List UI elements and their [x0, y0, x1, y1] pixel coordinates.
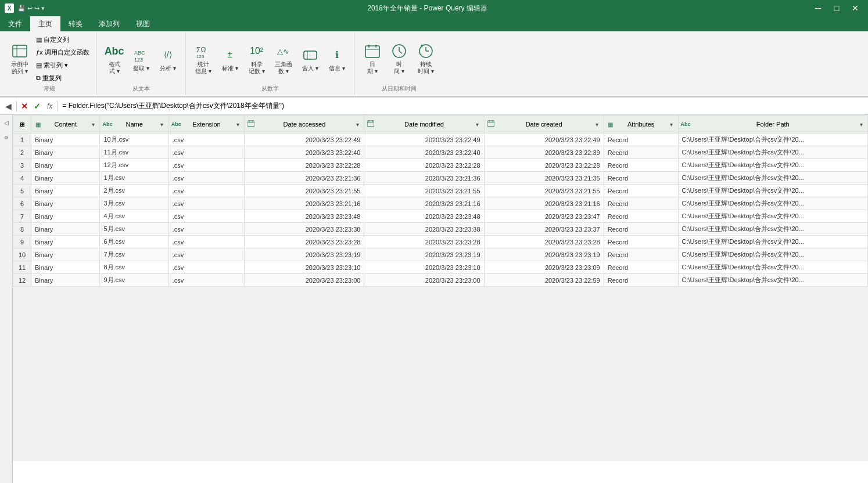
attr-cell: Record — [604, 248, 678, 261]
svg-rect-9 — [365, 46, 379, 57]
accessed-cell: 2020/3/23 23:22:49 — [245, 134, 364, 146]
ext-col-label: Extension — [181, 121, 233, 128]
created-col-label: Date created — [496, 121, 592, 128]
format-button[interactable]: Abc 格式式 ▾ — [102, 41, 127, 77]
content-filter-icon[interactable]: ▾ — [89, 121, 97, 128]
extract-icon: ABC123 — [132, 45, 150, 64]
ext-type-icon: Abc — [171, 121, 180, 127]
tab-home[interactable]: 主页 — [30, 16, 60, 31]
name-cell: 7月.csv — [100, 248, 168, 261]
close-button[interactable]: ✕ — [847, 0, 863, 16]
content-cell: Binary — [31, 210, 100, 223]
time-label: 时间 ▾ — [394, 61, 404, 75]
statistics-label: 统计信息 ▾ — [195, 61, 211, 75]
accessed-filter-icon[interactable]: ▾ — [353, 121, 361, 128]
formula-cancel-button[interactable]: ✕ — [19, 101, 30, 111]
content-cell: Binary — [31, 197, 100, 210]
name-cell: 1月.csv — [100, 172, 168, 185]
svg-text:123: 123 — [134, 57, 143, 63]
created-cell: 2020/3/23 23:21:55 — [484, 185, 604, 197]
extract-label: 提取 ▾ — [133, 65, 149, 72]
duplicate-col-button[interactable]: ⧉ 重复列 — [34, 72, 92, 84]
tab-file[interactable]: 文件 — [0, 16, 30, 31]
formula-divider-2 — [57, 101, 58, 111]
path-filter-icon[interactable]: ▾ — [857, 121, 865, 128]
modified-cell: 2020/3/23 23:22:49 — [364, 134, 484, 146]
duration-button[interactable]: 持续时间 ▾ — [413, 41, 439, 77]
path-cell: C:\Users\王亚辉\Desktop\合并csv文件\20... — [678, 185, 867, 197]
ext-cell: .csv — [168, 197, 245, 210]
formula-input[interactable] — [60, 101, 866, 111]
row-number: 12 — [13, 274, 31, 287]
info-button[interactable]: ℹ 信息 ▾ — [324, 41, 350, 77]
expand-all-icon[interactable]: ⊞ — [20, 121, 24, 128]
index-label: 索引列 ▾ — [44, 61, 68, 70]
content-cell: Binary — [31, 134, 100, 146]
svg-rect-23 — [367, 121, 374, 127]
trig-button[interactable]: △∿ 三角函数 ▾ — [271, 41, 296, 77]
time-button[interactable]: 时间 ▾ — [386, 41, 412, 77]
science-button[interactable]: 10² 科学记数 ▾ — [244, 41, 270, 77]
ext-filter-icon[interactable]: ▾ — [234, 121, 242, 128]
group-fromtext-label: 从文本 — [132, 85, 150, 94]
standard-button[interactable]: ± 标准 ▾ — [217, 41, 243, 77]
minimize-button[interactable]: ─ — [810, 0, 826, 16]
date-button[interactable]: 日期 ▾ — [360, 41, 385, 77]
time-icon — [390, 42, 408, 60]
modified-cell: 2020/3/23 23:23:38 — [364, 223, 484, 236]
svg-rect-7 — [304, 51, 317, 59]
science-label: 科学记数 ▾ — [249, 61, 265, 75]
accessed-cell: 2020/3/23 23:21:16 — [245, 197, 364, 210]
tab-view[interactable]: 视图 — [128, 16, 158, 31]
invoke-func-button[interactable]: ƒx 调用自定义函数 — [34, 46, 92, 58]
ext-cell: .csv — [168, 172, 245, 185]
col-header-extension: Abc Extension ▾ — [168, 116, 245, 134]
group-fromnumber-label: 从数字 — [261, 85, 279, 94]
modified-cell: 2020/3/23 23:23:00 — [364, 274, 484, 287]
created-cell: 2020/3/23 23:21:35 — [484, 172, 604, 185]
row-index-header: ⊞ — [13, 116, 31, 134]
statistics-button[interactable]: ΣΩ123 统计信息 ▾ — [191, 41, 216, 77]
ribbon-content: 示例中的列 ▾ ▤ 自定义列 ƒx 调用自定义函数 ▤ 索引列 ▾ — [0, 31, 868, 97]
name-filter-icon[interactable]: ▾ — [158, 121, 166, 128]
content-cell: Binary — [31, 146, 100, 159]
side-btn-queries[interactable]: ◁ — [1, 117, 12, 128]
custom-col-button[interactable]: ▤ 自定义列 — [34, 34, 92, 45]
window-controls: ─ □ ✕ — [810, 0, 863, 16]
row-number: 9 — [13, 236, 31, 248]
standard-icon: ± — [221, 45, 239, 64]
accessed-type-icon — [247, 120, 255, 128]
formula-bar: ◀ ✕ ✓ fx — [0, 98, 868, 115]
modified-filter-icon[interactable]: ▾ — [474, 121, 482, 128]
side-btn-settings[interactable]: ⚙ — [1, 132, 12, 143]
maximize-button[interactable]: □ — [828, 0, 845, 16]
formula-check-button[interactable]: ✓ — [32, 101, 42, 111]
created-cell: 2020/3/23 23:23:37 — [484, 223, 604, 236]
accessed-cell: 2020/3/23 23:23:48 — [245, 210, 364, 223]
path-col-label: Folder Path — [690, 121, 856, 128]
window-title: 2018年全年销量 - Power Query 编辑器 — [45, 3, 810, 13]
modified-cell: 2020/3/23 23:21:36 — [364, 172, 484, 185]
extract-button[interactable]: ABC123 提取 ▾ — [128, 41, 154, 77]
rounding-button[interactable]: 舍入 ▾ — [297, 41, 323, 77]
svg-rect-19 — [248, 121, 254, 127]
nav-left-button[interactable]: ◀ — [2, 100, 14, 112]
table-row: 7Binary4月.csv.csv2020/3/23 23:23:482020/… — [13, 210, 868, 223]
tab-transform[interactable]: 转换 — [60, 16, 91, 31]
index-col-button[interactable]: ▤ 索引列 ▾ — [34, 59, 92, 71]
preview-col-button[interactable]: 示例中的列 ▾ — [7, 41, 33, 77]
content-type-icon: ▦ — [34, 121, 42, 128]
col-header-date-modified: Date modified ▾ — [364, 116, 484, 134]
ext-cell: .csv — [168, 134, 245, 146]
parse-button[interactable]: ⟨/⟩ 分析 ▾ — [155, 41, 181, 77]
table-row: 6Binary3月.csv.csv2020/3/23 23:21:162020/… — [13, 197, 868, 210]
created-filter-icon[interactable]: ▾ — [593, 121, 601, 128]
row-number: 3 — [13, 159, 31, 172]
table-row: 10Binary7月.csv.csv2020/3/23 23:23:192020… — [13, 248, 868, 261]
attr-filter-icon[interactable]: ▾ — [668, 121, 676, 128]
ribbon: 文件 主页 转换 添加列 视图 示例中的列 ▾ ▤ 自定义列 — [0, 16, 868, 98]
accessed-cell: 2020/3/23 23:21:55 — [245, 185, 364, 197]
accessed-cell: 2020/3/23 23:23:19 — [245, 248, 364, 261]
svg-text:ΣΩ: ΣΩ — [196, 46, 206, 54]
tab-addcol[interactable]: 添加列 — [91, 16, 128, 31]
